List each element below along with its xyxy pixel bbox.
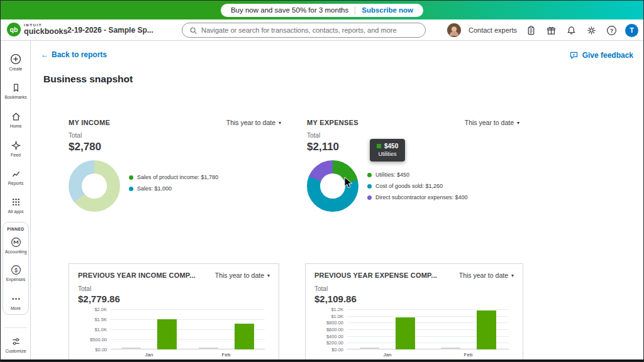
expenses-period-dropdown[interactable]: This year to date ▾ [465, 119, 519, 126]
window-bottom-edge [1, 359, 643, 361]
legend-label: Utilities: $450 [375, 172, 409, 178]
plot-area [111, 309, 265, 349]
y-tick-label: $400.00 [326, 334, 343, 339]
sidebar-label: Reports [8, 181, 24, 185]
accounting-icon [11, 237, 21, 248]
y-tick-label: $200.00 [326, 340, 343, 346]
page-title: Business snapshot [43, 74, 133, 85]
expert-avatar[interactable] [447, 23, 461, 37]
income-comparison-period-dropdown[interactable]: This year to date ▾ [215, 272, 270, 279]
sidebar-item-reports[interactable]: Reports [1, 168, 31, 185]
period-label: This year to date [226, 119, 275, 126]
back-to-reports-link[interactable]: ← Back to reports [41, 50, 107, 59]
header-actions: Contact experts ? T [447, 19, 638, 41]
chevron-down-icon: ▾ [511, 273, 514, 278]
y-axis: $1.2K$1.0K$800.00$600.00$400.00$200.00$0… [314, 309, 347, 349]
chevron-down-icon: ▾ [279, 120, 281, 126]
sidebar-label: Accounting [5, 250, 27, 254]
y-axis: $2.0K$1.5K$1.0K$500.00$0.00 [78, 309, 111, 349]
chevron-down-icon: ▾ [267, 273, 270, 278]
global-search[interactable] [182, 23, 426, 38]
back-link-label: Back to reports [52, 50, 107, 59]
contact-experts-link[interactable]: Contact experts [469, 26, 517, 34]
bar-this-year-feb[interactable] [477, 310, 496, 349]
y-tick-label: $600.00 [326, 327, 343, 332]
sidebar-item-all-apps[interactable]: All apps [1, 197, 31, 214]
sidebar-item-more[interactable]: More [1, 293, 31, 310]
legend-item: Sales of product income: $1,780 [129, 174, 218, 180]
home-icon [11, 111, 21, 122]
company-name[interactable]: 2-19-2026 - Sample Sp... [67, 26, 153, 35]
x-axis-label: Feb [222, 352, 231, 358]
give-feedback-link[interactable]: Give feedback [569, 50, 633, 60]
profile-avatar[interactable]: T [625, 24, 638, 37]
tooltip-label: Utilities [377, 151, 398, 157]
feedback-link-label: Give feedback [582, 51, 633, 60]
bar-previous-year-feb[interactable] [441, 348, 460, 349]
expenses-total-label: Total [307, 132, 519, 139]
income-comparison-title: PREVIOUS YEAR INCOME COMP... [78, 272, 196, 279]
income-total-value: $2,780 [69, 141, 281, 153]
legend-dot-icon [129, 187, 133, 191]
notes-icon[interactable] [525, 24, 537, 36]
bookmark-icon [11, 82, 21, 93]
x-axis-label: Jan [384, 352, 392, 358]
sidebar-item-accounting[interactable]: Accounting [1, 237, 31, 254]
bar-group-feb [441, 310, 496, 349]
search-icon [189, 26, 197, 35]
sidebar-item-bookmarks[interactable]: Bookmarks [1, 82, 31, 99]
bar-this-year-jan[interactable] [396, 317, 415, 349]
sidebar-item-expenses[interactable]: $ Expenses [1, 265, 31, 282]
legend-label: Sales of product income: $1,780 [137, 174, 218, 180]
y-tick-label: $500.00 [90, 337, 107, 343]
bar-this-year-feb[interactable] [235, 324, 254, 349]
subscribe-now-link[interactable]: Subscribe now [362, 6, 413, 14]
notifications-icon[interactable] [565, 24, 577, 36]
sidebar-item-home[interactable]: Home [1, 111, 31, 128]
whats-new-gift-icon[interactable] [545, 24, 557, 36]
income-donut-chart[interactable] [69, 160, 120, 212]
line-chart-icon [11, 168, 21, 179]
income-comparison-bar-chart: $2.0K$1.5K$1.0K$500.00$0.00 JanFeb [78, 309, 270, 358]
bar-previous-year-jan[interactable] [360, 348, 379, 349]
legend-dot-icon [367, 184, 372, 189]
x-axis-label: Feb [464, 352, 473, 358]
promo-banner: Buy now and save 50% for 3 months Subscr… [1, 1, 643, 19]
sidebar-label: All apps [8, 209, 24, 214]
sidebar-item-feed[interactable]: Feed [1, 140, 31, 157]
bar-previous-year-feb[interactable] [199, 348, 218, 349]
quickbooks-logo[interactable]: qb INTUIT quickbooks [7, 23, 67, 36]
income-total-label: Total [69, 132, 281, 139]
expense-comparison-period-dropdown[interactable]: This year to date ▾ [459, 272, 514, 279]
expenses-donut-chart[interactable] [307, 160, 358, 212]
back-arrow-icon: ← [41, 50, 48, 59]
my-expenses-card: MY EXPENSES This year to date ▾ Total $2… [307, 119, 519, 153]
sidebar-item-customize[interactable]: Customize [1, 336, 31, 353]
help-icon[interactable]: ? [605, 24, 618, 36]
expense-comparison-title: PREVIOUS YEAR EXPENSE COMP... [314, 272, 437, 279]
sidebar-label: Home [10, 124, 22, 128]
period-label: This year to date [459, 272, 508, 279]
promo-divider [355, 6, 355, 14]
y-tick-label: $1.0K [331, 314, 343, 319]
income-comparison-card: PREVIOUS YEAR INCOME COMP... This year t… [69, 263, 279, 362]
sidebar-label: More [11, 306, 21, 310]
settings-gear-icon[interactable] [585, 24, 597, 36]
expense-comparison-total-label: Total [314, 285, 514, 292]
legend-dot-icon [367, 195, 372, 200]
x-axis-label: Jan [145, 352, 153, 358]
main-content: ← Back to reports Give feedback Business… [31, 41, 644, 362]
more-dots-icon [11, 293, 21, 304]
y-tick-label: $1.2K [331, 307, 343, 312]
bar-previous-year-jan[interactable] [121, 348, 141, 349]
bar-this-year-jan[interactable] [157, 319, 177, 349]
sidebar-label: Customize [5, 349, 26, 353]
sidebar-item-create[interactable]: Create [1, 53, 31, 71]
bar-group-feb [199, 324, 254, 349]
period-label: This year to date [215, 272, 264, 279]
search-input[interactable] [201, 26, 419, 34]
feedback-bubble-icon [569, 50, 579, 60]
period-label: This year to date [465, 119, 514, 126]
promo-pill: Buy now and save 50% for 3 months Subscr… [221, 4, 423, 17]
income-period-dropdown[interactable]: This year to date ▾ [226, 119, 281, 126]
